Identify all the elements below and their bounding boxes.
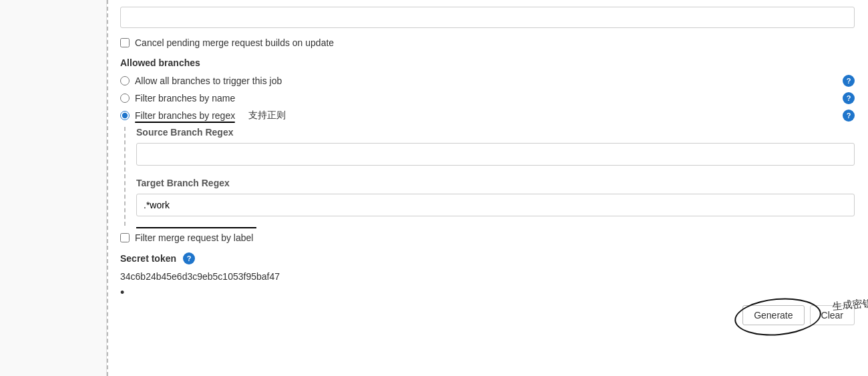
radio-allow-all-row: Allow all branches to trigger this job ?: [120, 75, 855, 87]
regex-annotation-text: 支持正则: [248, 110, 286, 122]
source-branch-title: Source Branch Regex: [136, 127, 855, 138]
target-underline-annotation: [136, 227, 256, 228]
source-branch-input[interactable]: [136, 143, 855, 166]
secret-token-header: Secret token ?: [120, 252, 855, 264]
clear-button[interactable]: Clear: [810, 305, 855, 325]
cancel-pending-checkbox[interactable]: [120, 38, 130, 47]
filter-merge-label: Filter merge request by label: [135, 232, 253, 243]
token-value: 34c6b24b45e6d3c9eb5c1053f95baf47: [120, 270, 855, 283]
radio-filter-name-row: Filter branches by name ?: [120, 92, 855, 104]
secret-token-title: Secret token: [120, 253, 176, 264]
help-icon-filter-regex[interactable]: ?: [843, 110, 855, 122]
generate-button[interactable]: Generate: [742, 305, 804, 325]
radio-filter-regex[interactable]: [120, 111, 130, 120]
radio-filter-regex-row: Filter branches by regex 支持正则 ?: [120, 110, 855, 122]
help-icon-filter-name[interactable]: ?: [843, 92, 855, 104]
cancel-pending-row: Cancel pending merge request builds on u…: [120, 37, 855, 48]
help-icon-allow-all[interactable]: ?: [843, 75, 855, 87]
token-buttons-area: 生成密钥 Generate Clear: [120, 305, 855, 325]
filter-merge-checkbox[interactable]: [120, 233, 130, 242]
top-input-row: [120, 7, 855, 28]
secret-token-section: Secret token ? 34c6b24b45e6d3c9eb5c1053f…: [120, 252, 855, 325]
filter-merge-row: Filter merge request by label: [120, 232, 855, 243]
token-mask: •: [120, 286, 855, 300]
radio-filter-name[interactable]: [120, 93, 130, 103]
regex-container: Source Branch Regex Target Branch Regex: [124, 127, 855, 226]
target-branch-title: Target Branch Regex: [136, 178, 855, 188]
radio-filter-name-label: Filter branches by name: [135, 93, 235, 104]
top-text-input[interactable]: [120, 7, 855, 28]
allowed-branches-title: Allowed branches: [120, 57, 855, 68]
help-icon-secret-token[interactable]: ?: [183, 252, 195, 264]
radio-allow-all-label: Allow all branches to trigger this job: [135, 75, 282, 86]
cancel-pending-label: Cancel pending merge request builds on u…: [135, 37, 334, 48]
radio-filter-regex-label: Filter branches by regex: [135, 110, 235, 121]
radio-allow-all[interactable]: [120, 76, 130, 85]
target-branch-input[interactable]: [136, 194, 855, 216]
